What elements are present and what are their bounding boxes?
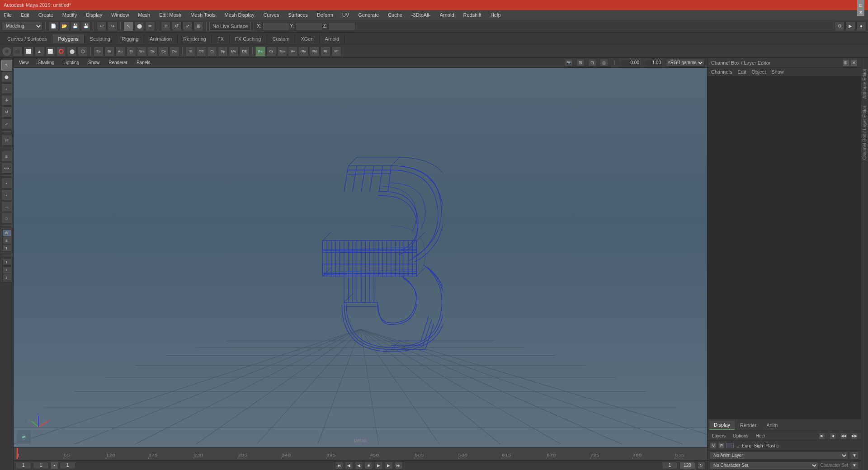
render-med-btn[interactable]: 2: [2, 266, 11, 273]
tab-rendering[interactable]: Rendering: [178, 34, 212, 43]
move-tool-btn[interactable]: ✛: [1, 95, 12, 106]
menu-surfaces[interactable]: Surfaces: [286, 11, 309, 19]
menu-3dto[interactable]: -3DtoAll-: [410, 11, 433, 19]
menu-generate[interactable]: Generate: [356, 11, 381, 19]
step-back-btn[interactable]: ◀: [345, 461, 353, 470]
face-select-btn[interactable]: □: [1, 213, 12, 224]
tab-sculpting[interactable]: Sculpting: [85, 34, 116, 43]
render-btn[interactable]: ▶: [845, 21, 855, 31]
tab-arnold[interactable]: Arnold: [320, 34, 345, 43]
rotate-tool-btn[interactable]: ↺: [1, 107, 12, 118]
polygon-select-btn[interactable]: ▪: [1, 178, 12, 188]
edge-select-btn[interactable]: —: [1, 201, 12, 212]
poly-cylinder-btn[interactable]: ⬜: [24, 47, 33, 56]
poly-sphere-btn[interactable]: ⚫: [2, 47, 12, 56]
menu-mesh[interactable]: Mesh: [136, 11, 152, 19]
close-panel-btn[interactable]: ✕: [851, 60, 857, 66]
menu-create[interactable]: Create: [37, 11, 55, 19]
save-btn[interactable]: 💾: [70, 21, 80, 31]
save-as-btn[interactable]: 💾: [81, 21, 91, 31]
insert-edge-btn[interactable]: IE: [185, 47, 195, 56]
jump-end-btn[interactable]: ⏭: [395, 461, 403, 470]
symmetry-btn[interactable]: ⟺: [1, 163, 12, 174]
detach-btn[interactable]: De: [170, 47, 179, 56]
char-set-select[interactable]: No Character Set: [709, 461, 818, 470]
x-input[interactable]: [262, 22, 289, 30]
lighting-menu[interactable]: Lighting: [61, 60, 82, 66]
wireframe-btn[interactable]: W: [2, 229, 11, 236]
menu-edit[interactable]: Edit: [19, 11, 31, 19]
anim-layer-btn[interactable]: ▼: [850, 451, 859, 460]
options-menu[interactable]: Options: [731, 433, 750, 439]
renderer-menu[interactable]: Renderer: [106, 60, 130, 66]
range-end-input[interactable]: [679, 462, 695, 469]
snap-grid-btn[interactable]: ##: [1, 135, 12, 146]
poly-cone-btn[interactable]: ▲: [34, 47, 44, 56]
textured-btn[interactable]: T: [2, 244, 11, 252]
layer-step-back-btn[interactable]: ◀: [829, 432, 836, 440]
select-tool-btn[interactable]: ↖: [1, 60, 12, 70]
average-btn[interactable]: Av: [288, 47, 298, 56]
panels-menu[interactable]: Panels: [134, 60, 153, 66]
crease-btn[interactable]: Cr: [266, 47, 276, 56]
tab-curves-surfaces[interactable]: Curves / Surfaces: [2, 34, 52, 43]
float-panel-btn[interactable]: ⊞: [843, 60, 849, 66]
lasso-btn[interactable]: ⬤: [134, 21, 144, 31]
select-btn[interactable]: ↖: [123, 21, 133, 31]
anim-tab[interactable]: Anim: [762, 421, 782, 429]
color-space-select[interactable]: sRGB gamma: [666, 59, 704, 67]
vertex-select-btn[interactable]: •: [1, 189, 12, 200]
render-settings-btn[interactable]: ⚙: [835, 21, 844, 31]
isolate-btn[interactable]: ◎: [600, 59, 608, 67]
edit-tab[interactable]: Edit: [737, 69, 746, 75]
undo-btn[interactable]: ↩: [97, 21, 107, 31]
bevel-btn[interactable]: Be: [255, 47, 265, 56]
anim-layer-select[interactable]: No Anim Layer: [709, 451, 848, 460]
show-menu[interactable]: Show: [85, 60, 102, 66]
new-file-btn[interactable]: 📄: [48, 21, 58, 31]
connect-btn[interactable]: Co: [159, 47, 169, 56]
mirror-btn[interactable]: Mi: [331, 47, 341, 56]
layers-menu[interactable]: Layers: [710, 433, 727, 439]
jump-start-btn[interactable]: ⏮: [335, 461, 343, 470]
tab-animation[interactable]: Animation: [144, 34, 178, 43]
bridge-btn[interactable]: Br: [104, 47, 114, 56]
display-tab[interactable]: Display: [709, 421, 735, 430]
poly-disk-btn[interactable]: ⬤: [67, 47, 77, 56]
tab-polygons[interactable]: Polygons: [52, 34, 84, 43]
object-tab[interactable]: Object: [751, 69, 766, 75]
menu-mesh-tools[interactable]: Mesh Tools: [189, 11, 217, 19]
split-btn[interactable]: Sp: [218, 47, 228, 56]
paint-select-btn[interactable]: ⬤: [1, 71, 12, 82]
attribute-editor-tab[interactable]: Attribute Editor: [861, 67, 868, 100]
layer-play-fwd-btn[interactable]: ▶▶: [851, 432, 858, 440]
show-tab[interactable]: Show: [771, 69, 784, 75]
move-btn[interactable]: ✛: [161, 21, 171, 31]
grid-btn[interactable]: ⊞: [576, 59, 585, 67]
tab-rigging[interactable]: Rigging: [116, 34, 144, 43]
layer-play-back-btn[interactable]: ◀◀: [840, 432, 847, 440]
open-btn[interactable]: 📂: [59, 21, 69, 31]
z-input[interactable]: [328, 22, 355, 30]
menu-modify[interactable]: Modify: [61, 11, 79, 19]
retopo-btn[interactable]: Rt: [321, 47, 330, 56]
range-start-input[interactable]: [662, 462, 678, 469]
tab-fx[interactable]: FX: [212, 34, 230, 43]
smooth-btn[interactable]: Sm: [277, 47, 287, 56]
viewport[interactable]: X Z Y M persp: [14, 68, 707, 447]
menu-uv[interactable]: UV: [340, 11, 351, 19]
char-set-btn[interactable]: ▼: [850, 461, 859, 470]
menu-arnold[interactable]: Arnold: [438, 11, 456, 19]
paint-btn[interactable]: ✏: [145, 21, 155, 31]
fill-hole-btn[interactable]: Fi: [126, 47, 136, 56]
poly-torus-btn[interactable]: ⭕: [56, 47, 66, 56]
y-input[interactable]: [295, 22, 322, 30]
timeline-ruler[interactable]: 1 65 120 175 230 285 340 395 450: [14, 447, 707, 460]
menu-redshift[interactable]: Redshift: [462, 11, 483, 19]
menu-help[interactable]: Help: [489, 11, 503, 19]
channel-box-side-tab[interactable]: Channel Box / Layer Editor: [861, 104, 868, 162]
step-fwd-btn[interactable]: ▶: [385, 461, 393, 470]
close-button[interactable]: ✕: [857, 9, 864, 16]
play-fwd-btn[interactable]: ▶: [375, 461, 383, 470]
menu-cache[interactable]: Cache: [386, 11, 404, 19]
